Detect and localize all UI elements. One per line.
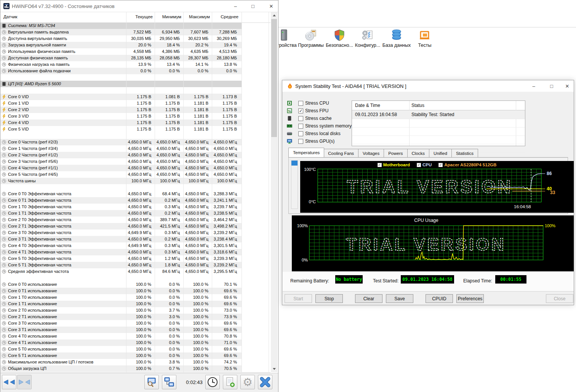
tab-statistics[interactable]: Statistics (452, 149, 478, 158)
stress-option-stress-fpu[interactable]: %✓Stress FPU (287, 107, 328, 114)
remote-monitors-button[interactable] (162, 375, 176, 389)
sensor-row[interactable]: Core 0 T1 Эффективная частота4,650.0 МГц… (0, 197, 242, 204)
expand-columns-button[interactable] (2, 375, 16, 389)
legend-motherboard[interactable]: ✓Motherboard (378, 163, 410, 167)
log-row[interactable]: 09.01.2023 16:04:58Stability Test: Start… (352, 110, 525, 119)
monitor-search-button[interactable] (144, 375, 159, 389)
cpuid-button[interactable]: CPUID (426, 294, 453, 303)
sensor-row[interactable]: Использование файла подкачки0.0 %0.0 %0.… (0, 68, 242, 74)
sensor-section-row[interactable]: Система: MSI MS-7C94 (0, 22, 242, 29)
stress-option-stress-system-memory[interactable]: Stress system memory (287, 123, 352, 129)
sensor-row[interactable]: Core 1 VID1.175 В1.175 В1.181 В1.175 В (0, 100, 242, 107)
hwinfo-titlebar[interactable]: HWiNFO64 v7.32-4900 - Состояние датчиков… (0, 0, 278, 12)
scrollbar-thumb[interactable] (271, 19, 277, 137)
sensor-row[interactable]: Частота шины100.0 МГц100.0 МГц100.0 МГц1… (0, 178, 242, 184)
legend-checkbox[interactable]: ✓ (417, 163, 421, 167)
legend-apacer-as2280p4-512gb[interactable]: ✓Apacer AS2280P4 512GB (438, 163, 496, 167)
sensor-row[interactable]: Core 2 T0 использование100.0 %3.7 %100.0… (0, 307, 242, 314)
aida64-close-button[interactable]: ✕ (561, 80, 574, 92)
tab-cooling-fans[interactable]: Cooling Fans (324, 149, 358, 158)
app-icon-programs[interactable]: Программы (295, 29, 327, 48)
legend-checkbox[interactable]: ✓ (378, 163, 382, 167)
save-button[interactable]: Save (386, 294, 413, 303)
stress-cpu-checkbox[interactable] (298, 101, 303, 106)
sensor-row[interactable]: Core 4 T1 Эффективная частота4,650.0 МГц… (0, 249, 242, 255)
aida64-titlebar[interactable]: System Stability Test - AIDA64 [ TRIAL V… (282, 80, 574, 92)
column-sensor[interactable]: Датчик (3, 14, 18, 19)
sensor-row[interactable]: Физическая нагрузка на память13.9 %13.4 … (0, 61, 242, 68)
stability-log-table[interactable]: Date & Time Status 09.01.2023 16:04:58St… (352, 100, 525, 146)
hwinfo-close-button[interactable]: ✕ (265, 0, 278, 12)
start-button[interactable]: Start (285, 294, 312, 303)
clear-button[interactable]: Clear (355, 294, 382, 303)
hwinfo-minimize-button[interactable]: – (229, 0, 242, 12)
sensor-row[interactable]: Максимальное использование ЦП / потоков1… (0, 359, 242, 365)
stress-local-disks-checkbox[interactable] (298, 131, 303, 136)
column-minimum[interactable]: Минимум (155, 14, 181, 19)
sensor-row[interactable]: Core 5 T1 Эффективная частота4,650.0 МГц… (0, 262, 242, 268)
stop-button[interactable]: Stop (315, 294, 343, 303)
sensor-row[interactable]: Core 0 VID1.175 В1.081 В1.175 В1.173 В (0, 94, 242, 100)
sensor-row[interactable]: Core 0 T1 использование100.0 %0.0 %100.0… (0, 288, 242, 294)
report-button[interactable] (223, 375, 237, 389)
sensor-row[interactable]: Core 3 VID1.175 В1.175 В1.181 В1.175 В (0, 113, 242, 120)
chart-zoom-slider[interactable] (291, 160, 298, 209)
hwinfo-maximize-button[interactable]: □ (246, 0, 259, 12)
sensor-row[interactable]: Core 4 VID1.175 В1.175 В1.181 В1.175 В (0, 120, 242, 126)
sensor-row[interactable]: Core 5 T0 использование100.0 %0.0 %100.0… (0, 346, 242, 352)
clock-button[interactable] (205, 375, 220, 389)
app-icon-config[interactable]: Конфигур... (352, 29, 384, 48)
sensor-row[interactable]: Core 0 T0 использование100.0 %0.0 %100.0… (0, 281, 242, 288)
stress-fpu-checkbox[interactable]: ✓ (298, 108, 303, 113)
hwinfo-sensor-table[interactable]: Система: MSI MS-7C94Виртуальная память в… (0, 22, 242, 372)
stress-option-stress-gpu-s-[interactable]: Stress GPU(s) (287, 138, 334, 145)
stress-cache-checkbox[interactable] (298, 116, 303, 121)
sensor-row[interactable]: Core 1 T0 использование100.0 %0.0 %100.0… (0, 294, 242, 301)
sensor-row[interactable]: Core 4 T0 Эффективная частота4,649.9 МГц… (0, 242, 242, 249)
sensor-row[interactable]: Core 4 T0 использование100.0 %0.0 %100.0… (0, 333, 242, 339)
sensor-row[interactable]: Доступная физическая память28,135 МБ28,0… (0, 55, 242, 61)
exit-button[interactable] (258, 375, 272, 389)
sensor-row[interactable]: Core 1 Частота (perf #3/4)4,650.0 МГц4,6… (0, 145, 242, 152)
column-maximum[interactable]: Максимум (184, 14, 210, 19)
scroll-down-icon[interactable] (271, 366, 277, 372)
column-average[interactable]: Среднее (212, 14, 238, 19)
sensor-row[interactable]: Core 3 T0 Эффективная частота4,649.9 МГц… (0, 229, 242, 236)
sensor-row[interactable]: Core 5 T1 использование100.0 %0.0 %100.0… (0, 352, 242, 359)
hwinfo-scrollbar[interactable] (271, 12, 277, 372)
sensor-row[interactable]: Общая загрузка ЦП100.0 %0.7 %100.0 %70.5… (0, 365, 242, 372)
stress-option-stress-cpu[interactable]: Stress CPU (287, 100, 329, 107)
legend-cpu[interactable]: ✓CPU (417, 163, 432, 167)
collapse-columns-button[interactable] (17, 375, 32, 389)
sensor-row[interactable]: Core 4 Частота (perf #1/1)4,650.0 МГц4,6… (0, 165, 242, 171)
aida64-minimize-button[interactable]: – (527, 80, 540, 92)
sensor-row[interactable]: Core 1 T0 Эффективная частота4,650.0 МГц… (0, 204, 242, 210)
sensor-row[interactable]: Используемая физическая память4,558 МБ4,… (0, 48, 242, 55)
sensor-row[interactable]: Core 4 T1 использование100.0 %0.0 %100.0… (0, 339, 242, 346)
preferences-button[interactable]: Preferences (456, 294, 484, 303)
sensor-row[interactable]: Core 2 T1 Эффективная частота4,650.0 МГц… (0, 223, 242, 229)
sensor-row[interactable]: Core 3 T0 использование100.0 %0.0 %100.0… (0, 320, 242, 327)
hwinfo-table-header[interactable]: Датчик Текущее Минимум Максимум Среднее (0, 12, 270, 23)
scroll-up-icon[interactable] (271, 12, 277, 19)
sensor-row[interactable]: Core 3 T1 Эффективная частота4,650.0 МГц… (0, 236, 242, 242)
stress-gpu-s--checkbox[interactable] (298, 139, 303, 144)
stress-system-memory-checkbox[interactable] (298, 124, 303, 129)
app-icon-database[interactable]: База данных (381, 29, 413, 48)
sensor-section-row[interactable]: ЦП [#0]: AMD Ryzen 5 5600 (0, 81, 242, 87)
sensor-row[interactable]: Core 2 T0 Эффективная частота4,650.0 МГц… (0, 217, 242, 223)
sensor-row[interactable]: Виртуальная память выделена7,522 МБ6,934… (0, 29, 242, 35)
settings-button[interactable]: ⚙ (240, 375, 255, 389)
legend-checkbox[interactable]: ✓ (438, 163, 443, 167)
aida64-maximize-button[interactable]: □ (545, 80, 558, 92)
stress-option-stress-local-disks[interactable]: Stress local disks (287, 130, 341, 137)
sensor-row[interactable]: Core 2 Частота (perf #1/2)4,650.0 МГц4,6… (0, 152, 242, 158)
tab-clocks[interactable]: Clocks (408, 149, 430, 158)
stress-option-stress-cache[interactable]: Stress cache (287, 115, 331, 122)
sensor-row[interactable]: Core 1 T1 Эффективная частота4,650.0 МГц… (0, 210, 242, 217)
sensor-row[interactable]: Core 0 Частота (perf #2/3)4,650.0 МГц4,6… (0, 139, 242, 145)
tab-powers[interactable]: Powers (384, 149, 407, 158)
close-button[interactable]: Close (546, 294, 573, 303)
sensor-row[interactable]: Core 0 T0 Эффективная частота4,650.0 МГц… (0, 191, 242, 197)
tab-temperatures[interactable]: Temperatures (288, 148, 324, 158)
